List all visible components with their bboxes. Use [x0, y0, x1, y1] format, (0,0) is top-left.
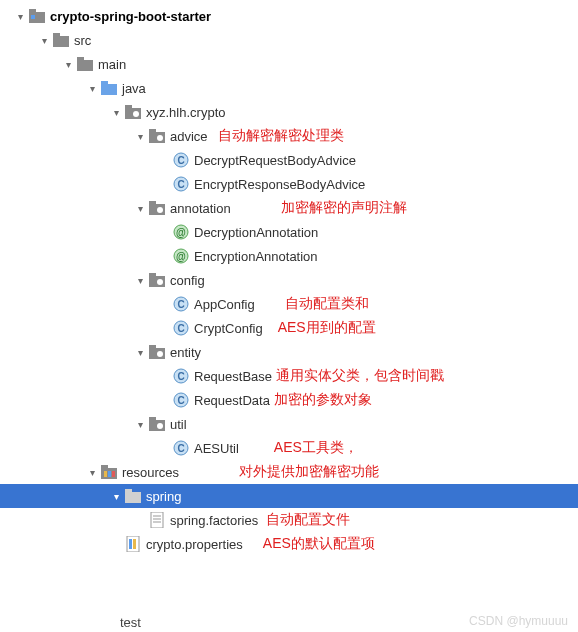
- folder-source-icon: [100, 79, 118, 97]
- tree-item-package[interactable]: ▾ xyz.hlh.crypto: [0, 100, 578, 124]
- tree-item-spring[interactable]: ▾ spring: [0, 484, 578, 508]
- spring-label: spring: [146, 489, 181, 504]
- tree-item-entity[interactable]: ▾ entity: [0, 340, 578, 364]
- config-note2: AES用到的配置: [278, 319, 376, 337]
- svg-text:C: C: [177, 323, 184, 334]
- chevron-down-icon[interactable]: ▾: [132, 203, 148, 214]
- svg-rect-49: [112, 471, 115, 477]
- svg-point-42: [157, 423, 163, 429]
- annotation-icon: @: [172, 223, 190, 241]
- tree-item-root[interactable]: ▾ crypto-spring-boot-starter: [0, 4, 578, 28]
- svg-rect-46: [101, 465, 108, 469]
- resources-label: resources: [122, 465, 179, 480]
- main-label: main: [98, 57, 126, 72]
- folder-icon: [52, 31, 70, 49]
- svg-text:C: C: [177, 179, 184, 190]
- annotation-icon: @: [172, 247, 190, 265]
- tree-item-class[interactable]: C AESUtil AES工具类，: [0, 436, 578, 460]
- tree-item-file[interactable]: crypto.properties AES的默认配置项: [0, 532, 578, 556]
- tree-item-file[interactable]: spring.factories 自动配置文件: [0, 508, 578, 532]
- chevron-down-icon[interactable]: ▾: [36, 35, 52, 46]
- svg-text:C: C: [177, 155, 184, 166]
- tree-item-util[interactable]: ▾ util: [0, 412, 578, 436]
- chevron-down-icon[interactable]: ▾: [84, 467, 100, 478]
- svg-point-11: [133, 111, 139, 117]
- class-label: RequestBase: [194, 369, 272, 384]
- svg-rect-34: [149, 345, 156, 349]
- svg-text:C: C: [177, 443, 184, 454]
- svg-point-35: [157, 351, 163, 357]
- svg-rect-8: [101, 81, 108, 85]
- anno-label: DecryptionAnnotation: [194, 225, 318, 240]
- tree-item-class[interactable]: C EncryptResponseBodyAdvice: [0, 172, 578, 196]
- package-icon: [148, 415, 166, 433]
- chevron-down-icon[interactable]: ▾: [108, 491, 124, 502]
- svg-rect-3: [53, 36, 69, 47]
- folder-resources-icon: [100, 463, 118, 481]
- class-icon: C: [172, 175, 190, 193]
- package-icon: [148, 271, 166, 289]
- class-label: DecryptRequestBodyAdvice: [194, 153, 356, 168]
- class-label: CryptConfig: [194, 321, 263, 336]
- tree-item-class[interactable]: C RequestData 加密的参数对象: [0, 388, 578, 412]
- chevron-down-icon[interactable]: ▾: [132, 275, 148, 286]
- src-label: src: [74, 33, 91, 48]
- svg-rect-41: [149, 417, 156, 421]
- tree-item-annotation[interactable]: ▾ annotation 加密解密的声明注解: [0, 196, 578, 220]
- svg-text:@: @: [176, 251, 186, 262]
- svg-rect-58: [133, 539, 136, 549]
- folder-icon: [76, 55, 94, 73]
- package-icon: [148, 199, 166, 217]
- class-label: EncryptResponseBodyAdvice: [194, 177, 365, 192]
- tree-item-src[interactable]: ▾ src: [0, 28, 578, 52]
- anno-label: EncryptionAnnotation: [194, 249, 318, 264]
- svg-rect-5: [77, 60, 93, 71]
- tree-item-anno[interactable]: @ EncryptionAnnotation: [0, 244, 578, 268]
- tree-item-main[interactable]: ▾ main: [0, 52, 578, 76]
- properties-icon: [124, 535, 142, 553]
- chevron-down-icon[interactable]: ▾: [84, 83, 100, 94]
- chevron-down-icon[interactable]: ▾: [12, 11, 28, 22]
- class-icon: C: [172, 151, 190, 169]
- tree-item-class[interactable]: C DecryptRequestBodyAdvice: [0, 148, 578, 172]
- class-icon: C: [172, 439, 190, 457]
- entity-note1: 通用实体父类，包含时间戳: [276, 367, 444, 385]
- util-note: AES工具类，: [274, 439, 358, 457]
- svg-text:C: C: [177, 371, 184, 382]
- chevron-down-icon[interactable]: ▾: [108, 107, 124, 118]
- util-label: util: [170, 417, 187, 432]
- svg-point-14: [157, 135, 163, 141]
- java-label: java: [122, 81, 146, 96]
- advice-note: 自动解密解密处理类: [218, 127, 344, 145]
- tree-item-config[interactable]: ▾ config: [0, 268, 578, 292]
- svg-rect-4: [53, 33, 60, 37]
- tree-item-resources[interactable]: ▾ resources 对外提供加密解密功能: [0, 460, 578, 484]
- tree-item-class[interactable]: C AppConfig 自动配置类和: [0, 292, 578, 316]
- svg-rect-52: [151, 512, 163, 528]
- package-icon: [148, 127, 166, 145]
- chevron-down-icon[interactable]: ▾: [132, 131, 148, 142]
- resources-note: 对外提供加密解密功能: [239, 463, 379, 481]
- entity-label: entity: [170, 345, 201, 360]
- chevron-down-icon[interactable]: ▾: [132, 347, 148, 358]
- tree-item-java[interactable]: ▾ java: [0, 76, 578, 100]
- chevron-down-icon[interactable]: ▾: [60, 59, 76, 70]
- annotation-label: annotation: [170, 201, 231, 216]
- svg-rect-50: [125, 492, 141, 503]
- svg-rect-51: [125, 489, 132, 493]
- chevron-down-icon[interactable]: ▾: [132, 419, 148, 430]
- svg-rect-27: [149, 273, 156, 277]
- svg-text:@: @: [176, 227, 186, 238]
- tree-item-anno[interactable]: @ DecryptionAnnotation: [0, 220, 578, 244]
- tree-item-class[interactable]: C RequestBase 通用实体父类，包含时间戳: [0, 364, 578, 388]
- truncated-item: test: [120, 615, 141, 630]
- file-icon: [148, 511, 166, 529]
- props-note: AES的默认配置项: [263, 535, 375, 553]
- class-label: RequestData: [194, 393, 270, 408]
- project-tree: ▾ crypto-spring-boot-starter ▾ src ▾ mai…: [0, 0, 578, 556]
- tree-item-class[interactable]: C CryptConfig AES用到的配置: [0, 316, 578, 340]
- package-label: xyz.hlh.crypto: [146, 105, 225, 120]
- svg-point-21: [157, 207, 163, 213]
- advice-label: advice: [170, 129, 208, 144]
- tree-item-advice[interactable]: ▾ advice 自动解密解密处理类: [0, 124, 578, 148]
